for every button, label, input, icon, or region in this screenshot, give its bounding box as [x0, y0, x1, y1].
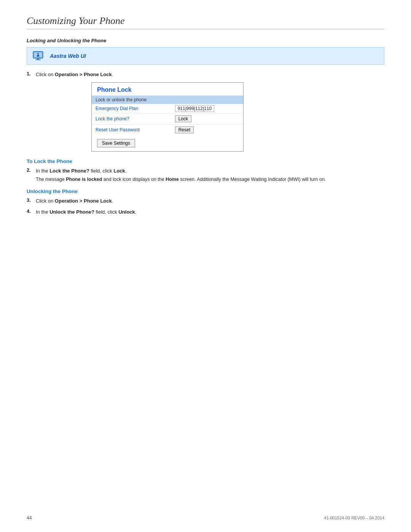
- unlocking-heading: Unlocking the Phone: [27, 189, 384, 194]
- save-settings-button[interactable]: Save Settings: [97, 139, 135, 147]
- footer-doc-number: 41-001524-00 REV00 – 04.2014: [324, 516, 384, 520]
- page-title: Customizing Your Phone: [27, 15, 384, 27]
- webui-banner: Aastra Web UI: [27, 47, 384, 65]
- save-settings-row: Save Settings: [92, 135, 243, 151]
- lock-button[interactable]: Lock: [175, 115, 191, 122]
- step-2-number: 2.: [27, 167, 34, 175]
- step-1-number: 1.: [27, 71, 34, 78]
- table-row: Lock the phone? Lock: [92, 113, 243, 124]
- step-4-text: In the Unlock the Phone? field, click Un…: [36, 208, 136, 216]
- phone-lock-ui-box: Phone Lock Lock or unlock the phone Emer…: [91, 82, 244, 152]
- emergency-dial-label: Emergency Dial Plan: [92, 104, 171, 113]
- reset-password-cell: Reset: [171, 124, 243, 135]
- page-footer: 44 41-001524-00 REV00 – 04.2014: [27, 515, 384, 521]
- lock-phone-cell: Lock: [171, 113, 243, 124]
- phone-lock-title: Phone Lock: [92, 83, 243, 96]
- step-2-text: In the Lock the Phone? field, click Lock…: [36, 167, 126, 175]
- step-1: 1. Click on Operation > Phone Lock.: [27, 71, 384, 78]
- step-3-number: 3.: [27, 197, 34, 205]
- reset-password-label: Reset User Password: [92, 124, 171, 135]
- section-heading: Locking and Unlocking the Phone: [27, 38, 384, 43]
- step-2-note: The message Phone is locked and lock ico…: [36, 176, 384, 183]
- svg-rect-3: [35, 59, 41, 60]
- table-header-cell: Lock or unlock the phone: [92, 96, 243, 104]
- table-row: Reset User Password Reset: [92, 124, 243, 135]
- emergency-dial-field[interactable]: 911|999|112|110: [175, 105, 214, 112]
- phone-lock-table: Lock or unlock the phone Emergency Dial …: [92, 96, 243, 135]
- step-4-number: 4.: [27, 208, 34, 216]
- webui-banner-label: Aastra Web UI: [50, 53, 86, 59]
- table-header-row: Lock or unlock the phone: [92, 96, 243, 104]
- emergency-dial-value: 911|999|112|110: [171, 104, 243, 113]
- table-row: Emergency Dial Plan 911|999|112|110: [92, 104, 243, 113]
- to-lock-heading: To Lock the Phone: [27, 158, 384, 164]
- step-2: 2. In the Lock the Phone? field, click L…: [27, 167, 384, 183]
- svg-rect-5: [37, 55, 39, 57]
- step-3-text: Click on Operation > Phone Lock.: [36, 197, 113, 205]
- svg-rect-2: [37, 58, 39, 59]
- title-divider: [27, 29, 384, 29]
- reset-button[interactable]: Reset: [175, 126, 194, 133]
- step-3: 3. Click on Operation > Phone Lock.: [27, 197, 384, 205]
- svg-point-4: [37, 53, 39, 54]
- step-4: 4. In the Unlock the Phone? field, click…: [27, 208, 384, 216]
- lock-phone-label: Lock the phone?: [92, 113, 171, 124]
- step-1-text: Click on Operation > Phone Lock.: [36, 71, 113, 78]
- computer-icon: [32, 51, 46, 61]
- footer-page-number: 44: [27, 515, 32, 521]
